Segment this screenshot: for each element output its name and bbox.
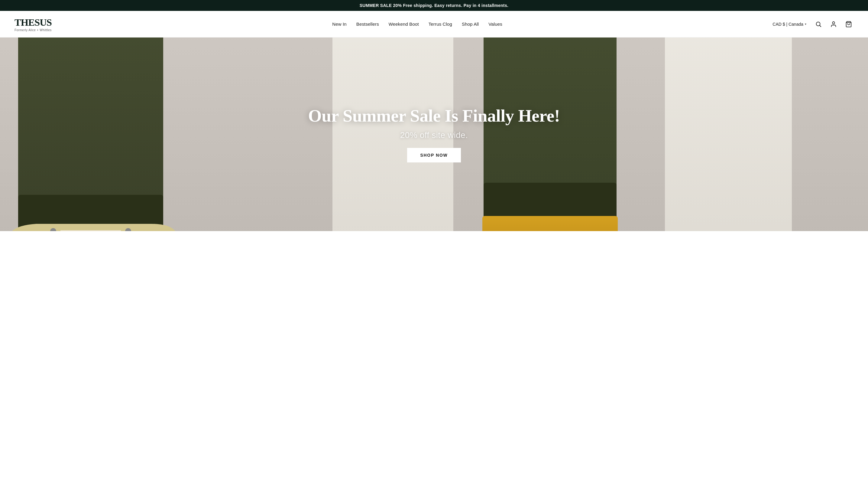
nav-shop-all[interactable]: Shop All [462, 22, 479, 27]
svg-point-1 [816, 22, 820, 26]
search-icon [815, 21, 822, 28]
logo[interactable]: THESUS Formerly Alice + Whittles [14, 16, 64, 32]
svg-text:THESUS: THESUS [14, 17, 52, 28]
svg-line-2 [819, 25, 821, 27]
hero-subtitle: 20% off site wide. [400, 131, 468, 140]
shop-now-button[interactable]: SHOP NOW [407, 148, 461, 163]
nav-values[interactable]: Values [488, 22, 502, 27]
logo-svg: THESUS [14, 16, 64, 28]
logo-subtitle: Formerly Alice + Whittles [14, 28, 64, 32]
announcement-text: SUMMER SALE 20% Free shipping. Easy retu… [360, 3, 509, 8]
site-header: THESUS Formerly Alice + Whittles New In … [0, 11, 868, 37]
account-button[interactable] [829, 19, 838, 29]
hero-section: Our Summer Sale Is Finally Here! 20% off… [0, 37, 868, 231]
nav-new-in[interactable]: New In [332, 22, 347, 27]
nav-weekend-boot[interactable]: Weekend Boot [389, 22, 419, 27]
hero-title: Our Summer Sale Is Finally Here! [308, 106, 560, 125]
nav-bestsellers[interactable]: Bestsellers [356, 22, 379, 27]
cart-icon [845, 21, 852, 28]
hero-content: Our Summer Sale Is Finally Here! 20% off… [0, 37, 868, 231]
main-navigation: New In Bestsellers Weekend Boot Terrus C… [332, 22, 502, 27]
nav-terrus-clog[interactable]: Terrus Clog [429, 22, 452, 27]
announcement-bar: SUMMER SALE 20% Free shipping. Easy retu… [0, 0, 868, 11]
search-button[interactable] [814, 19, 823, 29]
currency-label: CAD $ | Canada [773, 22, 803, 27]
currency-selector[interactable]: CAD $ | Canada ▾ [771, 21, 808, 28]
svg-point-3 [832, 22, 834, 24]
header-actions: CAD $ | Canada ▾ [771, 19, 854, 29]
user-icon [830, 21, 837, 28]
chevron-down-icon: ▾ [805, 22, 806, 26]
cart-button[interactable] [844, 19, 854, 29]
